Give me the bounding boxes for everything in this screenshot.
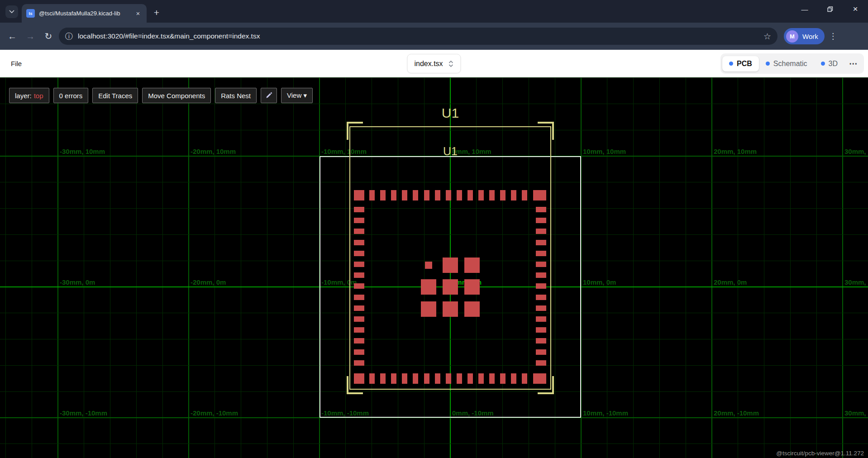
- pcb-pad[interactable]: [354, 240, 364, 245]
- layer-button[interactable]: layer: top: [9, 88, 49, 103]
- pcb-pad[interactable]: [536, 305, 546, 311]
- window-restore-button[interactable]: [817, 0, 843, 18]
- profile-button[interactable]: M Work: [784, 28, 825, 44]
- pcb-pad[interactable]: [354, 295, 364, 300]
- bookmark-star-icon[interactable]: ☆: [763, 31, 771, 42]
- reload-icon[interactable]: ↻: [41, 29, 56, 44]
- errors-button[interactable]: 0 errors: [53, 88, 89, 103]
- pcb-pad[interactable]: [443, 279, 458, 295]
- pcb-pad[interactable]: [421, 301, 436, 317]
- pcb-pad[interactable]: [354, 218, 364, 223]
- pcb-pad[interactable]: [457, 190, 462, 200]
- pcb-pad[interactable]: [413, 190, 418, 200]
- pcb-pad[interactable]: [354, 251, 364, 256]
- pcb-pad[interactable]: [380, 190, 386, 200]
- file-select-dropdown[interactable]: index.tsx: [407, 54, 461, 73]
- pcb-pad[interactable]: [467, 373, 473, 384]
- pcb-pad[interactable]: [511, 190, 516, 200]
- pcb-pad[interactable]: [424, 190, 429, 200]
- tab-close-icon[interactable]: ×: [134, 10, 142, 18]
- pcb-pad[interactable]: [511, 373, 516, 384]
- file-menu[interactable]: File: [11, 60, 22, 67]
- pcb-pad[interactable]: [391, 190, 396, 200]
- pcb-pad[interactable]: [354, 327, 364, 333]
- pcb-pad[interactable]: [354, 229, 364, 234]
- pcb-pad[interactable]: [536, 240, 546, 245]
- pcb-pad[interactable]: [536, 338, 546, 344]
- pcb-pad[interactable]: [536, 283, 546, 289]
- pcb-pad[interactable]: [536, 360, 546, 366]
- pcb-pad[interactable]: [354, 338, 364, 344]
- pcb-pad[interactable]: [467, 190, 473, 200]
- pcb-pad[interactable]: [478, 190, 484, 200]
- tab-schematic[interactable]: Schematic: [759, 56, 814, 72]
- pcb-pad[interactable]: [354, 207, 364, 212]
- pcb-pad[interactable]: [478, 373, 484, 384]
- pcb-pad[interactable]: [446, 190, 451, 200]
- pcb-pad[interactable]: [500, 373, 506, 384]
- window-minimize-button[interactable]: —: [792, 0, 817, 18]
- pcb-pad[interactable]: [536, 316, 546, 322]
- pcb-pad[interactable]: [380, 373, 386, 384]
- pcb-pad[interactable]: [391, 373, 396, 384]
- pcb-pad[interactable]: [369, 373, 375, 384]
- url-text[interactable]: localhost:3020/#file=index.tsx&main_comp…: [78, 32, 758, 40]
- pcb-pad[interactable]: [369, 190, 375, 200]
- pcb-pad[interactable]: [457, 373, 462, 384]
- tab-search-button[interactable]: [5, 5, 18, 18]
- pcb-pad[interactable]: [354, 316, 364, 322]
- pcb-pad[interactable]: [533, 373, 539, 384]
- pcb-pad[interactable]: [424, 373, 429, 384]
- tab-pcb[interactable]: PCB: [722, 56, 759, 72]
- pcb-pad[interactable]: [443, 258, 458, 273]
- new-tab-button[interactable]: +: [150, 6, 163, 19]
- pcb-pad[interactable]: [536, 229, 546, 234]
- tab-3d[interactable]: 3D: [814, 56, 844, 72]
- pcb-pad[interactable]: [536, 251, 546, 256]
- more-options-icon[interactable]: ⋯: [844, 56, 862, 72]
- pcb-pad[interactable]: [522, 190, 527, 200]
- pcb-pad[interactable]: [489, 190, 495, 200]
- pcb-pad[interactable]: [435, 190, 440, 200]
- pcb-pad[interactable]: [533, 190, 539, 200]
- pcb-pad[interactable]: [489, 373, 495, 384]
- pcb-canvas[interactable]: layer: top 0 errors Edit Traces Move Com…: [0, 77, 868, 458]
- pcb-pad[interactable]: [421, 279, 436, 295]
- pcb-pad[interactable]: [500, 190, 506, 200]
- pcb-pad[interactable]: [425, 262, 432, 269]
- info-icon[interactable]: ⓘ: [65, 31, 73, 42]
- pcb-pad[interactable]: [536, 349, 546, 355]
- browser-tab-active[interactable]: ts @tsci/MustafaMulla29.kicad-lib ×: [22, 4, 147, 23]
- pcb-pad[interactable]: [354, 262, 364, 267]
- pcb-pad[interactable]: [536, 327, 546, 333]
- pcb-pad[interactable]: [443, 301, 458, 317]
- pcb-pad[interactable]: [354, 272, 364, 278]
- pcb-pad[interactable]: [402, 373, 407, 384]
- pcb-pad[interactable]: [402, 190, 407, 200]
- pcb-pad[interactable]: [446, 373, 451, 384]
- pcb-pad[interactable]: [354, 305, 364, 311]
- pcb-pad[interactable]: [464, 301, 480, 317]
- pcb-pad[interactable]: [354, 190, 364, 200]
- pcb-pad[interactable]: [522, 373, 527, 384]
- window-close-button[interactable]: ×: [843, 0, 868, 18]
- address-bar[interactable]: ⓘ localhost:3020/#file=index.tsx&main_co…: [59, 28, 777, 45]
- back-icon[interactable]: ←: [5, 29, 20, 44]
- pcb-pad[interactable]: [536, 295, 546, 300]
- forward-icon[interactable]: →: [23, 29, 38, 44]
- pcb-pad[interactable]: [354, 360, 364, 366]
- pcb-pad[interactable]: [464, 279, 480, 295]
- pcb-pad[interactable]: [354, 349, 364, 355]
- move-components-button[interactable]: Move Components: [142, 88, 211, 103]
- pcb-pad[interactable]: [435, 373, 440, 384]
- pcb-pad[interactable]: [536, 218, 546, 223]
- pcb-pad[interactable]: [354, 283, 364, 289]
- pcb-pad[interactable]: [413, 373, 418, 384]
- pcb-pad[interactable]: [464, 258, 480, 273]
- edit-traces-button[interactable]: Edit Traces: [92, 88, 138, 103]
- rats-nest-button[interactable]: Rats Nest: [215, 88, 257, 103]
- view-dropdown-button[interactable]: View ▾: [281, 88, 313, 103]
- edit-pencil-button[interactable]: [261, 88, 277, 103]
- pcb-pad[interactable]: [536, 262, 546, 267]
- pcb-pad[interactable]: [536, 207, 546, 212]
